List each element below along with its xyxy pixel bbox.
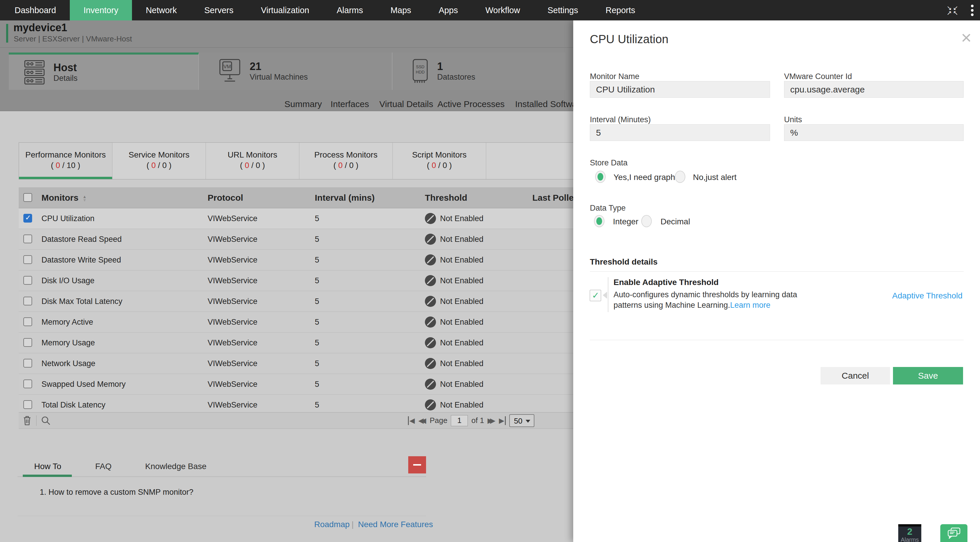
cancel-button[interactable]: Cancel	[821, 367, 890, 385]
row-checkbox[interactable]	[23, 255, 32, 264]
alarms-badge[interactable]: 2 Alarms	[898, 524, 921, 542]
select-all-checkbox[interactable]	[23, 193, 32, 202]
monitor-name-input[interactable]	[590, 81, 770, 98]
page-size-select[interactable]: 50	[509, 414, 535, 427]
adaptive-threshold-link[interactable]: Adaptive Threshold	[892, 291, 963, 301]
data-type-integer-radio[interactable]	[594, 215, 605, 227]
table-row[interactable]: Memory Active VIWebService 5 Not Enabled	[19, 312, 574, 333]
tab-interfaces[interactable]: Interfaces	[331, 97, 369, 111]
last-page-icon[interactable]: ▶	[499, 416, 506, 425]
adaptive-threshold-checkbox[interactable]	[590, 290, 601, 301]
col-interval[interactable]: Interval (mins)	[315, 187, 375, 208]
col-last-polled[interactable]: Last Polled	[532, 187, 579, 208]
nav-item-alarms[interactable]: Alarms	[323, 0, 377, 21]
host-tab-subtitle: Details	[53, 73, 78, 83]
nav-item-inventory[interactable]: Inventory	[70, 0, 132, 21]
roadmap-link[interactable]: Roadmap	[314, 520, 350, 529]
interval-cell: 5	[315, 229, 319, 249]
tab-process-monitors[interactable]: Process Monitors ( 0 / 0 )	[299, 143, 393, 179]
interval-cell: 5	[315, 353, 319, 374]
tab-datastores[interactable]: SSD HDD 1 Datastores	[393, 52, 566, 90]
tab-how-to[interactable]: How To	[34, 458, 61, 475]
table-row[interactable]: Disk Max Total Latency VIWebService 5 No…	[19, 291, 574, 312]
units-input[interactable]	[784, 124, 964, 141]
row-checkbox[interactable]	[23, 214, 32, 223]
kebab-menu-icon[interactable]	[970, 3, 975, 17]
monitor-name-cell[interactable]: Disk I/O Usage	[41, 270, 95, 291]
tab-performance-monitors[interactable]: Performance Monitors ( 0 / 10 )	[19, 143, 113, 179]
chat-button[interactable]	[940, 524, 967, 542]
table-row[interactable]: Datastore Write Speed VIWebService 5 Not…	[19, 250, 574, 270]
table-row[interactable]: Datastore Read Speed VIWebService 5 Not …	[19, 229, 574, 250]
row-checkbox[interactable]	[23, 338, 32, 347]
save-button[interactable]: Save	[893, 367, 963, 385]
table-row[interactable]: Disk I/O Usage VIWebService 5 Not Enable…	[19, 270, 574, 291]
page-number-input[interactable]	[451, 415, 468, 426]
interval-input[interactable]	[590, 124, 770, 141]
monitor-name-cell[interactable]: Datastore Write Speed	[41, 250, 121, 270]
row-checkbox[interactable]	[23, 276, 32, 285]
nav-item-virtualization[interactable]: Virtualization	[247, 0, 323, 21]
help-question[interactable]: 1. How to remove a custom SNMP monitor?	[40, 488, 193, 497]
need-more-features-link[interactable]: Need More Features	[358, 520, 433, 529]
close-icon[interactable]: ×	[961, 29, 972, 47]
row-checkbox[interactable]	[23, 297, 32, 306]
row-checkbox[interactable]	[23, 359, 32, 368]
table-row[interactable]: Memory Usage VIWebService 5 Not Enabled	[19, 333, 574, 353]
delete-icon[interactable]	[22, 415, 32, 426]
monitor-name-cell[interactable]: CPU Utilization	[41, 208, 95, 229]
sort-icon[interactable]: ▲▼	[83, 195, 87, 202]
prev-page-icon[interactable]: ◀◀	[418, 416, 426, 425]
row-checkbox[interactable]	[23, 317, 32, 326]
monitor-name-cell[interactable]: Memory Usage	[41, 333, 95, 353]
threshold-cell: Not Enabled	[425, 270, 484, 291]
col-threshold[interactable]: Threshold	[425, 187, 467, 208]
panel-title: CPU Utilization	[590, 33, 668, 46]
nav-item-reports[interactable]: Reports	[592, 0, 649, 21]
nav-item-network[interactable]: Network	[132, 0, 190, 21]
nav-item-servers[interactable]: Servers	[191, 0, 247, 21]
nav-item-apps[interactable]: Apps	[425, 0, 472, 21]
tab-virtual-details[interactable]: Virtual Details	[379, 97, 433, 111]
monitor-name-cell[interactable]: Memory Active	[41, 312, 93, 332]
nav-item-maps[interactable]: Maps	[377, 0, 425, 21]
table-row[interactable]: Swapped Used Memory VIWebService 5 Not E…	[19, 374, 574, 395]
tab-virtual-machines[interactable]: VM 21 Virtual Machines	[199, 52, 393, 90]
store-data-no-radio[interactable]	[675, 171, 686, 183]
collapse-help-button[interactable]	[408, 456, 426, 474]
counter-id-input[interactable]	[784, 81, 964, 98]
row-checkbox[interactable]	[23, 380, 32, 388]
monitor-name-cell[interactable]: Network Usage	[41, 353, 95, 374]
monitor-name-cell[interactable]: Swapped Used Memory	[41, 374, 126, 395]
tab-script-monitors[interactable]: Script Monitors ( 0 / 0 )	[393, 143, 486, 179]
col-protocol[interactable]: Protocol	[208, 187, 243, 208]
next-page-icon[interactable]: ▶▶	[488, 416, 496, 425]
tab-faq[interactable]: FAQ	[95, 458, 111, 475]
not-enabled-icon	[425, 337, 436, 348]
row-checkbox[interactable]	[23, 400, 32, 409]
search-icon[interactable]	[41, 415, 51, 426]
tab-active-processes[interactable]: Active Processes	[438, 97, 504, 111]
tab-url-monitors[interactable]: URL Monitors ( 0 / 0 )	[206, 143, 299, 179]
tab-service-monitors[interactable]: Service Monitors ( 0 / 0 )	[113, 143, 206, 179]
collapse-icon[interactable]: ↘↙↗↖	[947, 5, 959, 15]
tab-summary[interactable]: Summary	[285, 97, 322, 111]
table-row[interactable]: CPU Utilization VIWebService 5 Not Enabl…	[19, 208, 574, 229]
tab-host-details[interactable]: Host Details	[9, 52, 199, 90]
tab-knowledge-base[interactable]: Knowledge Base	[145, 458, 207, 475]
app-window: Dashboard Inventory Network Servers Virt…	[0, 0, 980, 542]
first-page-icon[interactable]: ◀	[408, 416, 415, 425]
table-row[interactable]: Network Usage VIWebService 5 Not Enabled	[19, 353, 574, 374]
learn-more-link[interactable]: Learn more	[730, 301, 770, 309]
monitor-name-cell[interactable]: Disk Max Total Latency	[41, 291, 123, 312]
threshold-divider	[590, 271, 964, 272]
threshold-cell: Not Enabled	[425, 250, 484, 270]
store-data-yes-radio[interactable]	[595, 171, 606, 183]
monitor-name-cell[interactable]: Datastore Read Speed	[41, 229, 122, 249]
data-type-decimal-radio[interactable]	[641, 215, 652, 227]
nav-item-workflow[interactable]: Workflow	[472, 0, 534, 21]
col-monitors[interactable]: Monitors▲▼	[41, 187, 87, 208]
row-checkbox[interactable]	[23, 235, 32, 243]
nav-item-dashboard[interactable]: Dashboard	[0, 0, 70, 21]
nav-item-settings[interactable]: Settings	[534, 0, 592, 21]
